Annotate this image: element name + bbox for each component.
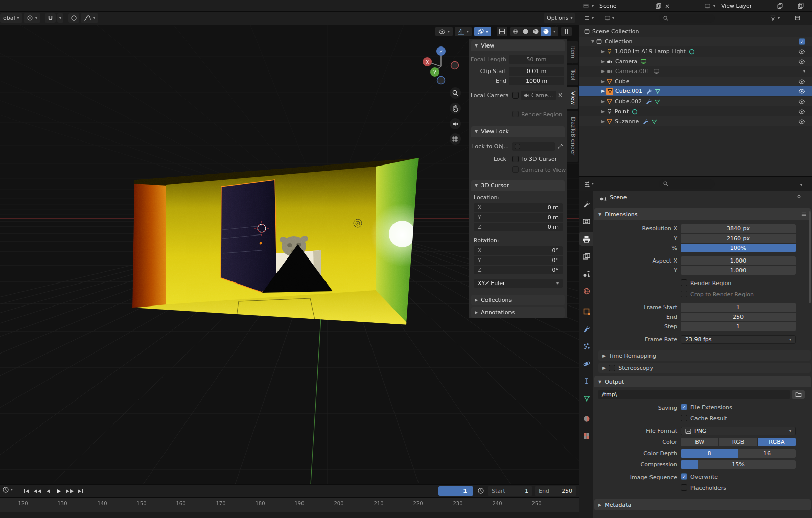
prev-keyframe-button[interactable] xyxy=(32,486,42,496)
properties-editor-type[interactable]: ▾ xyxy=(584,180,594,187)
timeline-scroll-strip[interactable] xyxy=(0,512,579,518)
aspect-x-field[interactable]: 1.000 xyxy=(681,256,796,265)
time-remapping-panel-header[interactable]: ▶ Time Remapping xyxy=(598,350,811,361)
depth-8-button[interactable]: 8 xyxy=(681,449,738,458)
outliner-editor-type[interactable]: ▾ xyxy=(584,15,594,21)
clip-end-field[interactable]: 1000 m xyxy=(509,77,564,85)
frame-start-field[interactable]: Start 1 xyxy=(488,486,532,496)
expand-arrow[interactable]: ▶ xyxy=(600,69,606,74)
resolution-percent-slider[interactable]: 100% xyxy=(681,244,796,252)
color-rgba-button[interactable]: RGBA xyxy=(758,438,796,446)
outliner-row-camera-001[interactable]: ▶ Camera.001 ▾ xyxy=(579,66,812,76)
compression-slider[interactable]: 15% xyxy=(681,460,796,469)
tab-modifier-properties[interactable] xyxy=(579,322,594,336)
view-lock-panel-header[interactable]: ▼ View Lock xyxy=(471,126,565,137)
frame-rate-dropdown[interactable]: 23.98 fps▾ xyxy=(681,335,796,344)
annotations-panel-header[interactable]: ▶ Annotations xyxy=(471,307,565,318)
options-dropdown[interactable]: Options ▾ xyxy=(544,13,575,23)
tab-daztoblender[interactable]: DazToBlender xyxy=(567,110,579,162)
gizmo-x-label[interactable]: X xyxy=(426,60,429,65)
outliner-filter[interactable]: ▾ xyxy=(770,15,780,21)
lock-3d-cursor-checkbox[interactable] xyxy=(512,156,519,162)
tab-object-properties[interactable] xyxy=(579,304,594,318)
cursor-loc-z-field[interactable]: Z0 m xyxy=(474,223,563,231)
timeline-editor-type[interactable]: ▾ xyxy=(2,486,13,493)
timeline-ruler[interactable]: 120 130 140 150 160 170 180 190 200 210 … xyxy=(0,497,579,518)
hide-eye-icon[interactable] xyxy=(798,78,805,85)
view-layer-name[interactable]: View Layer xyxy=(718,3,774,9)
next-keyframe-button[interactable] xyxy=(64,486,75,496)
unlink-scene-icon[interactable] xyxy=(664,3,670,9)
camera-view-button[interactable] xyxy=(450,118,461,129)
properties-options-caret[interactable]: ▾ xyxy=(800,181,802,188)
shading-dropdown-caret[interactable]: ▾ xyxy=(551,27,558,36)
color-rgb-button[interactable]: RGB xyxy=(719,438,757,446)
collections-panel-header[interactable]: ▶ Collections xyxy=(471,295,565,305)
resolution-x-field[interactable]: 3840 px xyxy=(681,224,796,233)
play-reverse-button[interactable] xyxy=(43,486,53,496)
expand-arrow[interactable]: ▼ xyxy=(590,39,596,44)
expand-arrow[interactable]: ▶ xyxy=(600,79,606,84)
shading-wireframe-button[interactable] xyxy=(510,27,520,36)
orthographic-toggle-button[interactable] xyxy=(450,133,461,145)
hide-eye-icon[interactable] xyxy=(798,58,805,65)
navigation-gizmo[interactable]: Z X Y xyxy=(422,45,461,86)
outliner-row-scene-collection[interactable]: Scene Collection xyxy=(579,27,812,36)
tab-constraints-properties[interactable] xyxy=(579,374,594,388)
hide-eye-icon[interactable] xyxy=(798,88,805,95)
expand-arrow[interactable]: ▶ xyxy=(600,109,606,114)
gizmo-z-label[interactable]: Z xyxy=(439,49,443,54)
outliner-search[interactable] xyxy=(659,14,715,23)
snap-toggle[interactable] xyxy=(45,13,56,23)
stereoscopy-checkbox[interactable] xyxy=(609,365,615,371)
use-preview-range-button[interactable] xyxy=(477,487,484,495)
view-panel-header[interactable]: ▼ View xyxy=(471,40,565,51)
collection-checkbox[interactable]: ✓ xyxy=(799,38,805,45)
properties-search[interactable] xyxy=(659,179,715,189)
gizmos-dropdown[interactable]: ▾ xyxy=(455,27,472,36)
pin-id-button[interactable] xyxy=(796,194,802,201)
new-collection-button[interactable] xyxy=(794,15,801,21)
tab-texture-properties[interactable] xyxy=(579,429,594,443)
metadata-panel-header[interactable]: ▶ Metadata xyxy=(594,499,811,510)
depth-16-button[interactable]: 16 xyxy=(738,449,796,458)
restrict-caret[interactable]: ▾ xyxy=(803,69,805,74)
lock-to-object-field[interactable] xyxy=(512,142,555,151)
expand-arrow[interactable]: ▶ xyxy=(600,89,606,93)
step-field[interactable]: 1 xyxy=(681,322,796,331)
lock-object-eyedropper-button[interactable] xyxy=(557,143,564,149)
view-layer-stack-icon[interactable] xyxy=(797,2,804,9)
dimensions-panel-header[interactable]: ▼ Dimensions xyxy=(594,208,811,220)
presets-menu-icon[interactable] xyxy=(801,211,807,217)
outliner-row-point[interactable]: ▶ Point xyxy=(579,107,812,116)
cursor-loc-x-field[interactable]: X0 m xyxy=(474,203,563,212)
clip-start-field[interactable]: 0.01 m xyxy=(509,67,564,76)
proportional-edit-toggle[interactable] xyxy=(68,13,79,23)
xray-toggle[interactable] xyxy=(497,27,507,36)
new-view-layer-icon[interactable] xyxy=(777,3,783,9)
shading-material-button[interactable] xyxy=(530,27,541,36)
file-format-dropdown[interactable]: PNG ▾ xyxy=(681,427,796,435)
crop-to-render-region-checkbox[interactable] xyxy=(681,291,687,297)
frame-end-field[interactable]: End 250 xyxy=(535,486,576,496)
cursor-rot-z-field[interactable]: Z0° xyxy=(474,266,563,274)
tab-physics-properties[interactable] xyxy=(579,357,594,370)
tab-item[interactable]: Item xyxy=(567,41,579,63)
viewport-3d[interactable]: Z X Y ▾ ▾ ▾ xyxy=(0,25,579,484)
outliner-row-cube-002[interactable]: ▶ Cube.002 xyxy=(579,97,812,106)
overlays-dropdown[interactable]: ▾ xyxy=(474,27,491,36)
jump-to-end-button[interactable] xyxy=(75,486,85,496)
outliner-row-cube[interactable]: ▶ Cube xyxy=(579,77,812,86)
tab-output-properties[interactable] xyxy=(579,232,594,246)
transform-orientation-dropdown[interactable]: obal ▾ xyxy=(0,13,22,23)
camera-to-view-checkbox[interactable] xyxy=(512,166,519,173)
view-layer-browse-icon[interactable] xyxy=(704,3,711,9)
hide-eye-icon[interactable] xyxy=(798,108,805,115)
view-layer-browse-caret[interactable]: ▾ xyxy=(713,4,715,8)
outliner-row-lamp[interactable]: ▶ 1,000 lm A19 Lamp Light xyxy=(579,46,812,56)
overwrite-checkbox[interactable]: ✓ xyxy=(681,473,687,480)
placeholders-checkbox[interactable] xyxy=(681,484,687,491)
tab-view[interactable]: View xyxy=(567,87,579,109)
tab-material-properties[interactable] xyxy=(579,412,594,426)
cache-result-checkbox[interactable] xyxy=(681,415,687,421)
